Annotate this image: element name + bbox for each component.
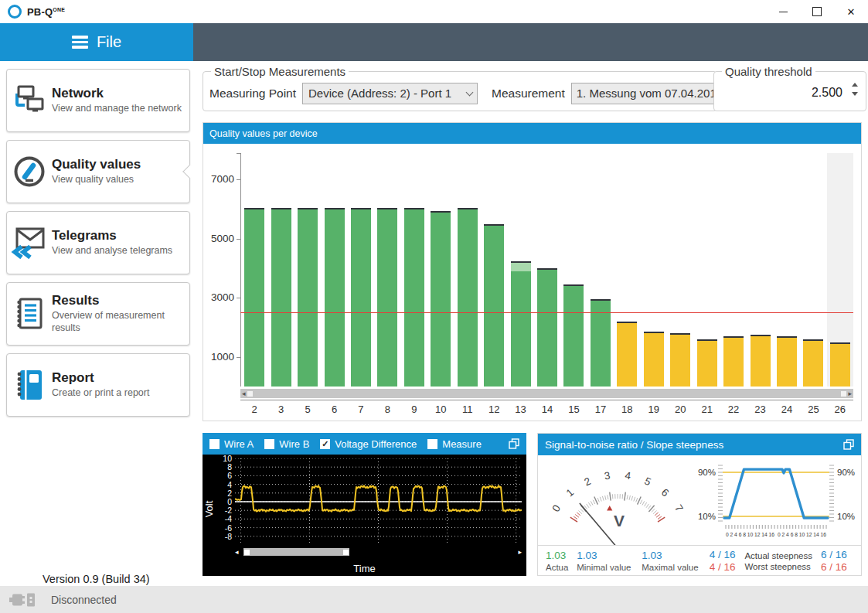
bar-slot bbox=[827, 153, 853, 387]
spinner-down-button[interactable] bbox=[852, 92, 858, 96]
quality-bar-7[interactable] bbox=[351, 208, 371, 387]
checkbox-label: Voltage Difference bbox=[335, 438, 417, 450]
quality-bar-26[interactable] bbox=[830, 342, 850, 387]
stat-label: Actual steepness bbox=[744, 550, 821, 561]
scope-panel: Wire AWire B✓Voltage DifferenceMeasure V… bbox=[203, 433, 526, 576]
scope-y-tick-label: -2 bbox=[213, 506, 232, 515]
quality-bar-9[interactable] bbox=[404, 208, 424, 387]
threshold-line bbox=[240, 312, 853, 313]
window-minimize-button[interactable] bbox=[766, 0, 800, 23]
svg-text:0 2 4 6 8 10 12 14 16: 0 2 4 6 8 10 12 14 16 bbox=[726, 531, 774, 538]
slope-steepness-chart: 90%10%90%10%0 2 4 6 8 10 12 14 160 2 4 6… bbox=[696, 455, 861, 545]
checkbox-label: Wire A bbox=[224, 438, 254, 450]
quality-bar-3[interactable] bbox=[271, 208, 291, 387]
popout-icon[interactable] bbox=[843, 439, 854, 450]
checkbox-wire-a[interactable]: Wire A bbox=[209, 438, 254, 450]
y-axis-tick-label: 1000 bbox=[203, 351, 234, 363]
sidebar-item-telegrams[interactable]: TelegramsView and analyse telegrams bbox=[6, 211, 190, 274]
sidebar-item-results[interactable]: ResultsOverview of measurement results bbox=[6, 282, 190, 346]
stat-col-3: 4 / 164 / 16 bbox=[710, 549, 745, 574]
y-axis-tick bbox=[237, 298, 240, 298]
checkbox-voltage-difference[interactable]: ✓Voltage Difference bbox=[320, 438, 417, 450]
bar-slot bbox=[747, 153, 773, 387]
x-axis-tick-label: 3 bbox=[267, 404, 294, 415]
spinner-up-button[interactable] bbox=[852, 83, 858, 87]
stat-value: 6 / 16 bbox=[821, 549, 853, 561]
window-close-button[interactable]: ✕ bbox=[834, 0, 868, 23]
quality-bar-10[interactable] bbox=[431, 211, 451, 387]
scope-y-tick-label: 8 bbox=[213, 462, 232, 472]
stat-label: Worst steepness bbox=[744, 561, 821, 572]
sidebar-item-network[interactable]: NetworkView and manage the network bbox=[6, 69, 190, 132]
bars-container bbox=[241, 153, 853, 387]
sidebar-item-quality-values[interactable]: Quality valuesView quality values bbox=[6, 140, 190, 203]
y-axis-tick bbox=[237, 179, 240, 180]
quality-bar-14[interactable] bbox=[537, 268, 557, 387]
popout-icon[interactable] bbox=[509, 438, 519, 449]
x-axis-tick-label: 23 bbox=[747, 404, 773, 415]
checkbox-wire-b[interactable]: Wire B bbox=[264, 438, 309, 450]
sidebar-item-report[interactable]: ReportCreate or print a report bbox=[6, 353, 190, 417]
x-axis-tick-label: 20 bbox=[667, 404, 693, 415]
x-axis-tick-label: 18 bbox=[614, 404, 640, 415]
quality-chart-header: Quality values per device bbox=[203, 123, 861, 144]
x-axis-tick-label: 12 bbox=[481, 404, 507, 415]
quality-bar-5[interactable] bbox=[298, 208, 318, 387]
quality-bar-24[interactable] bbox=[777, 336, 797, 387]
bar-slot bbox=[481, 153, 507, 387]
scope-scrollbar[interactable]: ◂▸ bbox=[235, 547, 522, 557]
sidebar-item-title: Network bbox=[52, 86, 182, 101]
stat-col-2: 1.03Maximal value bbox=[642, 550, 710, 573]
quality-bar-19[interactable] bbox=[644, 332, 664, 387]
svg-text:2: 2 bbox=[582, 475, 592, 489]
quality-bar-21[interactable] bbox=[697, 339, 717, 387]
quality-bar-22[interactable] bbox=[723, 336, 744, 387]
x-axis-tick-label: 22 bbox=[720, 404, 747, 415]
quality-bar-6[interactable] bbox=[325, 208, 345, 387]
bar-slot bbox=[800, 153, 826, 387]
quality-bar-20[interactable] bbox=[670, 333, 690, 387]
scroll-left-icon[interactable]: ◂ bbox=[240, 389, 247, 398]
bar-slot bbox=[427, 153, 454, 387]
x-axis bbox=[240, 400, 853, 400]
snr-header: Signal-to-noise ratio / Slope steepness bbox=[538, 434, 861, 455]
quality-threshold-title: Quality threshold bbox=[722, 65, 815, 78]
window-maximize-button[interactable] bbox=[800, 0, 834, 23]
scroll-right-icon[interactable]: ▸ bbox=[518, 547, 522, 557]
scope-header: Wire AWire B✓Voltage DifferenceMeasure bbox=[203, 433, 526, 455]
bar-slot bbox=[614, 153, 640, 387]
quality-threshold-value[interactable]: 2.500 bbox=[720, 81, 859, 100]
quality-bar-11[interactable] bbox=[458, 208, 478, 387]
quality-bar-2[interactable] bbox=[244, 208, 264, 387]
scope-scrollbar-thumb[interactable] bbox=[243, 548, 350, 556]
report-icon bbox=[7, 367, 52, 403]
quality-bar-23[interactable] bbox=[751, 335, 771, 387]
quality-bar-18[interactable] bbox=[617, 322, 637, 387]
chart-scrollbar[interactable]: ◂▸ bbox=[240, 389, 853, 398]
title-bar: PB-QONE ✕ bbox=[0, 0, 868, 23]
x-axis-tick-label: 17 bbox=[587, 404, 614, 415]
checkbox-measure[interactable]: Measure bbox=[427, 438, 482, 450]
svg-text:90%: 90% bbox=[837, 468, 855, 477]
y-axis-tick bbox=[237, 357, 240, 358]
stat-value: 6 / 16 bbox=[821, 561, 853, 574]
maximize-icon bbox=[812, 7, 822, 16]
scrollbar-left-handle[interactable] bbox=[247, 391, 253, 397]
quality-bar-8[interactable] bbox=[377, 208, 397, 387]
measuring-point-select[interactable]: Device (Address: 2) - Port 1 bbox=[302, 83, 478, 104]
quality-bar-12[interactable] bbox=[484, 224, 504, 387]
scope-y-tick-label: 10 bbox=[213, 454, 232, 463]
quality-bar-15[interactable] bbox=[563, 284, 584, 387]
sidebar-item-title: Quality values bbox=[52, 157, 141, 172]
scroll-right-icon[interactable]: ▸ bbox=[846, 389, 853, 398]
quality-bar-13[interactable] bbox=[511, 261, 531, 387]
y-axis-tick bbox=[237, 153, 240, 154]
bar-slot bbox=[348, 153, 374, 387]
scrollbar-right-handle[interactable] bbox=[841, 391, 846, 397]
file-button[interactable]: File bbox=[0, 23, 193, 61]
measurement-select[interactable]: 1. Messung vom 07.04.2017 bbox=[571, 83, 727, 104]
quality-bar-25[interactable] bbox=[803, 339, 823, 387]
quality-chart-panel: Quality values per device 10003000500070… bbox=[203, 122, 862, 421]
sidebar-item-subtitle: View quality values bbox=[52, 174, 141, 186]
checkbox-label: Measure bbox=[442, 438, 482, 450]
